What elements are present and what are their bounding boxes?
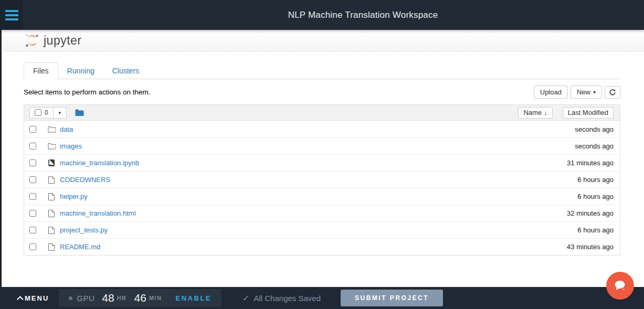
row-checkbox[interactable] xyxy=(29,243,36,250)
table-row: data seconds ago xyxy=(24,121,620,137)
select-all-button[interactable]: 0 xyxy=(29,107,54,119)
file-list: data seconds ago images seconds ago mach… xyxy=(24,121,620,255)
gpu-hours-unit: HR xyxy=(117,295,127,301)
chevron-up-icon xyxy=(17,296,24,303)
current-folder-icon[interactable] xyxy=(75,109,84,116)
select-all-checkbox[interactable] xyxy=(35,109,41,116)
gpu-minutes-unit: MIN xyxy=(149,295,162,301)
workspace-topbar: NLP Machine Translation Workspace xyxy=(0,0,644,30)
gpu-time-panel: GPU 48 HR 46 MIN ENABLE xyxy=(59,289,221,307)
chat-bubble-icon xyxy=(613,279,628,293)
workspace-bottombar: MENU GPU 48 HR 46 MIN ENABLE ✓ All Chang… xyxy=(0,287,644,309)
file-icon xyxy=(47,193,56,200)
jupyter-wordmark[interactable]: jupyter xyxy=(44,34,82,48)
table-row: project_tests.py 6 hours ago xyxy=(24,221,620,238)
table-row: machine_translation.ipynb 31 minutes ago xyxy=(24,154,620,171)
row-checkbox[interactable] xyxy=(29,159,36,166)
workspace-title: NLP Machine Translation Workspace xyxy=(23,10,644,20)
last-modified-time: 6 hours ago xyxy=(577,193,614,200)
jupyter-header: jupyter xyxy=(0,30,644,51)
file-link[interactable]: README.md xyxy=(60,243,100,251)
chevron-down-icon: ▾ xyxy=(593,89,596,95)
file-link[interactable]: images xyxy=(60,142,82,150)
submit-project-button[interactable]: SUBMIT PROJECT xyxy=(341,290,443,306)
folder-icon xyxy=(47,126,56,133)
jupyter-logo-icon[interactable] xyxy=(24,33,40,48)
file-icon xyxy=(47,243,56,251)
main-content: Files Running Clusters Select items to p… xyxy=(0,62,644,255)
row-checkbox[interactable] xyxy=(29,126,36,133)
tab-running[interactable]: Running xyxy=(58,63,103,79)
notebook-icon xyxy=(47,159,56,166)
new-dropdown-button[interactable]: New▾ xyxy=(571,86,602,99)
row-checkbox[interactable] xyxy=(29,193,36,200)
chat-fab-button[interactable] xyxy=(606,272,634,300)
refresh-button[interactable] xyxy=(605,86,620,99)
select-filter-dropdown[interactable]: ▾ xyxy=(54,107,67,119)
gpu-status-dot xyxy=(69,296,72,300)
file-icon xyxy=(47,176,56,184)
check-icon: ✓ xyxy=(242,293,249,303)
file-table-header: 0 ▾ Name↓ Last Modified xyxy=(24,105,620,121)
last-modified-time: 43 minutes ago xyxy=(567,243,614,251)
last-modified-time: 32 minutes ago xyxy=(567,209,614,217)
table-row: README.md 43 minutes ago xyxy=(24,238,620,255)
toolbar: Select items to perform actions on them.… xyxy=(24,86,620,99)
file-link[interactable]: CODEOWNERS xyxy=(60,176,110,184)
selected-count: 0 xyxy=(45,109,48,116)
file-icon xyxy=(47,210,56,217)
table-row: images seconds ago xyxy=(24,137,620,154)
collapsed-sidebar-edge xyxy=(0,0,2,309)
file-link[interactable]: project_tests.py xyxy=(60,226,108,234)
file-link[interactable]: machine_translation.ipynb xyxy=(60,159,139,167)
row-checkbox[interactable] xyxy=(29,227,36,233)
select-items-message: Select items to perform actions on them. xyxy=(24,88,151,96)
table-row: CODEOWNERS 6 hours ago xyxy=(24,171,620,188)
row-checkbox[interactable] xyxy=(29,176,36,183)
hamburger-menu-button[interactable] xyxy=(0,0,23,30)
sort-by-modified-button[interactable]: Last Modified xyxy=(563,107,614,119)
file-link[interactable]: machine_translation.html xyxy=(60,209,136,217)
gpu-hours-value: 48 xyxy=(102,292,114,304)
table-row: machine_translation.html 32 minutes ago xyxy=(24,205,620,221)
hamburger-icon xyxy=(5,10,18,12)
menu-toggle-button[interactable]: MENU xyxy=(19,294,49,302)
row-checkbox[interactable] xyxy=(29,210,36,217)
gpu-enable-button[interactable]: ENABLE xyxy=(176,294,212,302)
folder-icon xyxy=(47,143,56,150)
gpu-minutes-value: 46 xyxy=(134,292,146,304)
table-row: helper.py 6 hours ago xyxy=(24,188,620,205)
tab-files[interactable]: Files xyxy=(24,62,58,79)
last-modified-time: 6 hours ago xyxy=(577,176,614,184)
file-icon xyxy=(47,227,56,234)
file-link[interactable]: helper.py xyxy=(60,193,88,200)
last-modified-time: 31 minutes ago xyxy=(567,159,614,167)
sort-descending-icon: ↓ xyxy=(544,109,547,116)
row-checkbox[interactable] xyxy=(29,143,36,150)
sort-by-name-button[interactable]: Name↓ xyxy=(518,107,552,119)
select-all-group: 0 ▾ xyxy=(29,107,67,119)
tab-bar: Files Running Clusters xyxy=(24,62,620,79)
save-status-label: All Changes Saved xyxy=(254,294,321,303)
tab-clusters[interactable]: Clusters xyxy=(103,63,148,79)
file-link[interactable]: data xyxy=(60,125,73,133)
file-table: 0 ▾ Name↓ Last Modified data seconds ago xyxy=(24,104,620,255)
save-status: ✓ All Changes Saved xyxy=(242,293,321,303)
chevron-down-icon: ▾ xyxy=(58,110,61,115)
last-modified-time: seconds ago xyxy=(575,142,614,150)
last-modified-time: seconds ago xyxy=(575,125,614,133)
upload-button[interactable]: Upload xyxy=(534,86,568,99)
last-modified-time: 6 hours ago xyxy=(577,226,614,234)
refresh-icon xyxy=(609,89,616,96)
gpu-label: GPU xyxy=(77,294,94,303)
